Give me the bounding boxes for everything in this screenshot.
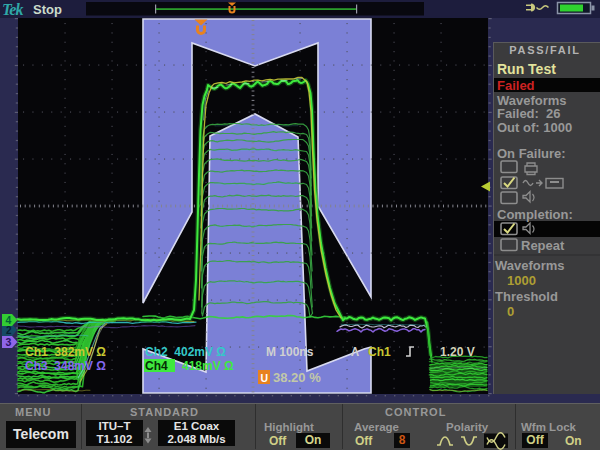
svg-text:3: 3: [6, 336, 12, 348]
svg-text:4: 4: [6, 314, 12, 326]
svg-text:2: 2: [6, 325, 12, 336]
